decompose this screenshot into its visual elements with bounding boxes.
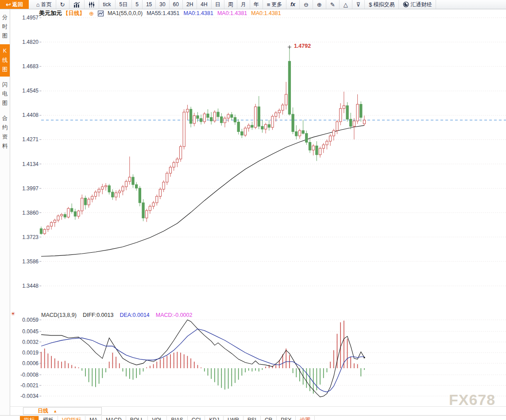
tab-cr[interactable]: CR bbox=[261, 416, 277, 420]
tab-template[interactable]: 模板 bbox=[39, 416, 58, 420]
candle-body[interactable] bbox=[231, 115, 233, 117]
candle-body[interactable] bbox=[115, 193, 117, 197]
candle-body[interactable] bbox=[360, 104, 362, 118]
candle-body[interactable] bbox=[241, 131, 243, 135]
sim-trade-button[interactable]: $模拟交易 bbox=[365, 0, 399, 9]
candle-body[interactable] bbox=[251, 125, 253, 127]
candle-body[interactable] bbox=[125, 181, 127, 187]
candle-body[interactable] bbox=[265, 124, 267, 129]
tab-vip-indicator[interactable]: VIP指标 bbox=[58, 416, 85, 420]
candle-body[interactable] bbox=[271, 116, 274, 127]
triangle-down-button[interactable]: ⊽ bbox=[352, 0, 365, 9]
candle-body[interactable] bbox=[146, 211, 148, 218]
back-button[interactable]: ↩返回 bbox=[0, 0, 29, 9]
candle-body[interactable] bbox=[302, 131, 304, 133]
formula-button[interactable]: fx bbox=[286, 0, 300, 9]
candle-body[interactable] bbox=[237, 122, 239, 132]
tab-cci[interactable]: CCI bbox=[188, 416, 205, 420]
candle-body[interactable] bbox=[200, 119, 202, 122]
candle-body[interactable] bbox=[244, 128, 246, 135]
interval-5d[interactable]: 5日 bbox=[116, 0, 132, 9]
candle-chart-button[interactable] bbox=[85, 0, 99, 9]
kline-style-icon[interactable] bbox=[98, 11, 104, 16]
candle-body[interactable] bbox=[84, 198, 86, 205]
interval-15[interactable]: 15 bbox=[143, 0, 156, 9]
candle-body[interactable] bbox=[197, 116, 199, 118]
candle-body[interactable] bbox=[159, 189, 161, 197]
candle-body[interactable] bbox=[142, 203, 144, 218]
candle-body[interactable] bbox=[288, 61, 290, 114]
candle-body[interactable] bbox=[207, 114, 209, 117]
candle-body[interactable] bbox=[101, 187, 104, 189]
candle-body[interactable] bbox=[139, 188, 141, 203]
candle-body[interactable] bbox=[309, 143, 311, 150]
candle-body[interactable] bbox=[57, 216, 59, 220]
macd-settings-sun-icon[interactable]: ☀ bbox=[11, 311, 15, 317]
tab-macd[interactable]: MACD bbox=[102, 416, 126, 420]
refresh-button[interactable]: ↻ bbox=[56, 0, 70, 9]
candle-body[interactable] bbox=[108, 186, 110, 192]
candle-body[interactable] bbox=[54, 220, 56, 222]
candle-body[interactable] bbox=[346, 106, 348, 119]
candle-body[interactable] bbox=[278, 110, 280, 113]
candle-body[interactable] bbox=[356, 104, 359, 121]
sidebar-tab-time-chart[interactable]: 分时图 bbox=[0, 11, 10, 43]
home-button[interactable]: ⌂首页 bbox=[32, 0, 56, 9]
candle-body[interactable] bbox=[74, 212, 76, 216]
candle-body[interactable] bbox=[50, 223, 52, 226]
candlestick-chart-canvas[interactable] bbox=[0, 0, 506, 420]
candle-body[interactable] bbox=[332, 131, 335, 136]
candle-body[interactable] bbox=[298, 131, 301, 136]
candle-body[interactable] bbox=[183, 112, 185, 146]
candle-body[interactable] bbox=[173, 162, 175, 167]
tab-ma[interactable]: MA bbox=[85, 416, 102, 420]
candle-body[interactable] bbox=[67, 208, 70, 217]
candle-body[interactable] bbox=[81, 198, 83, 211]
interval-week[interactable]: 周 bbox=[224, 0, 237, 9]
tab-kdj[interactable]: KDJ bbox=[205, 416, 224, 420]
draw-button[interactable]: ✎ bbox=[326, 0, 340, 9]
interval-2h[interactable]: 2H bbox=[183, 0, 197, 9]
candle-body[interactable] bbox=[220, 117, 223, 123]
candle-body[interactable] bbox=[169, 167, 171, 173]
candle-body[interactable] bbox=[132, 177, 134, 185]
candle-body[interactable] bbox=[254, 107, 256, 127]
candle-body[interactable] bbox=[112, 192, 114, 197]
tab-boll[interactable]: BOLL bbox=[126, 416, 148, 420]
candle-body[interactable] bbox=[77, 211, 80, 216]
candle-body[interactable] bbox=[285, 94, 287, 105]
candle-body[interactable] bbox=[47, 226, 49, 229]
interval-5[interactable]: 5 bbox=[132, 0, 143, 9]
candle-body[interactable] bbox=[128, 177, 131, 181]
sidebar-tab-lightning-chart[interactable]: 闪电图 bbox=[0, 78, 10, 110]
period-selector-button[interactable]: 日线 ▲ bbox=[23, 407, 102, 415]
candle-body[interactable] bbox=[166, 173, 168, 182]
tab-lwr[interactable]: LWR bbox=[224, 416, 243, 420]
candle-body[interactable] bbox=[193, 116, 195, 123]
candle-body[interactable] bbox=[316, 146, 318, 155]
candle-body[interactable] bbox=[275, 113, 277, 116]
add-indicator-icon[interactable]: ⊕ bbox=[89, 10, 94, 17]
candle-body[interactable] bbox=[234, 117, 236, 122]
tab-indicator[interactable]: 指标 bbox=[20, 416, 39, 420]
more-button[interactable]: ≡更多 bbox=[263, 0, 287, 9]
candle-body[interactable] bbox=[326, 141, 328, 145]
candle-body[interactable] bbox=[91, 197, 93, 199]
interval-year[interactable]: 年 bbox=[250, 0, 263, 9]
zoom-in-button[interactable]: ⊕ bbox=[313, 0, 326, 9]
candle-body[interactable] bbox=[61, 215, 63, 216]
candle-body[interactable] bbox=[71, 208, 73, 212]
line-chart-button[interactable] bbox=[70, 0, 85, 9]
candle-body[interactable] bbox=[292, 114, 294, 131]
candle-body[interactable] bbox=[268, 124, 270, 127]
tick-button[interactable]: tick bbox=[99, 0, 116, 9]
candle-body[interactable] bbox=[94, 192, 97, 197]
tab-psy[interactable]: PSY bbox=[277, 416, 296, 420]
tab-bias[interactable]: BIAS bbox=[167, 416, 187, 420]
huitong-brand[interactable]: 汇通财经 bbox=[399, 0, 436, 9]
interval-month[interactable]: 月 bbox=[237, 0, 250, 9]
interval-4h[interactable]: 4H bbox=[197, 0, 211, 9]
candle-body[interactable] bbox=[227, 115, 229, 118]
tab-rsi[interactable]: RSI bbox=[243, 416, 261, 420]
candle-body[interactable] bbox=[261, 126, 263, 129]
